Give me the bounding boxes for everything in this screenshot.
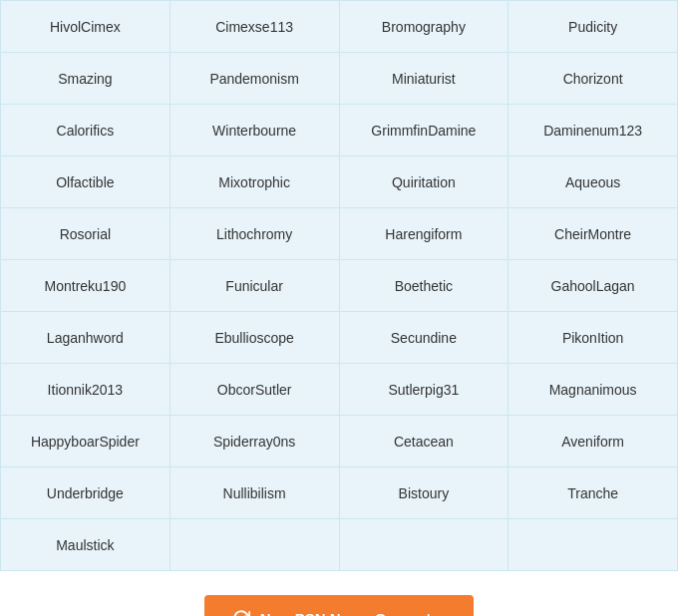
grid-cell[interactable]: Underbridge bbox=[1, 467, 170, 519]
grid-cell[interactable]: Lithochromy bbox=[170, 208, 340, 260]
grid-cell[interactable]: Calorifics bbox=[1, 105, 170, 156]
grid-cell[interactable]: Sutlerpig31 bbox=[340, 364, 509, 416]
grid-cell[interactable]: Boethetic bbox=[340, 260, 509, 312]
grid-cell[interactable]: Mixotrophic bbox=[170, 156, 340, 208]
grid-cell[interactable]: Smazing bbox=[1, 53, 170, 105]
generator-button-label: New PSN Name Generator bbox=[260, 610, 447, 617]
grid-cell[interactable]: Nullibilism bbox=[170, 467, 340, 519]
grid-cell[interactable]: HappyboarSpider bbox=[1, 416, 170, 467]
grid-cell[interactable]: Pudicity bbox=[508, 1, 678, 53]
grid-cell[interactable]: Olfactible bbox=[1, 156, 170, 208]
grid-cell[interactable]: Funicular bbox=[170, 260, 340, 312]
grid-cell[interactable] bbox=[170, 519, 340, 571]
grid-container: HivolCimexCimexse113BromographyPudicityS… bbox=[0, 0, 678, 571]
refresh-icon bbox=[232, 609, 250, 616]
grid-cell[interactable]: Quiritation bbox=[340, 156, 509, 208]
grid-cell[interactable]: Aqueous bbox=[508, 156, 678, 208]
grid-cell[interactable] bbox=[340, 519, 509, 571]
grid-cell[interactable]: Bistoury bbox=[340, 467, 509, 519]
grid-cell[interactable]: Montreku190 bbox=[1, 260, 170, 312]
grid-cell[interactable]: GahoolLagan bbox=[508, 260, 678, 312]
grid-cell[interactable]: Daminenum123 bbox=[508, 105, 678, 156]
grid-cell[interactable]: Winterbourne bbox=[170, 105, 340, 156]
grid-cell[interactable]: Miniaturist bbox=[340, 53, 509, 105]
grid-cell[interactable]: Cimexse113 bbox=[170, 1, 340, 53]
grid-cell[interactable]: Harengiform bbox=[340, 208, 509, 260]
grid-cell[interactable]: CheirMontre bbox=[508, 208, 678, 260]
grid-cell[interactable]: Rosorial bbox=[1, 208, 170, 260]
grid-cell[interactable]: Magnanimous bbox=[508, 364, 678, 416]
grid-cell[interactable]: Tranche bbox=[508, 467, 678, 519]
grid-cell[interactable]: GrimmfinDamine bbox=[340, 105, 509, 156]
grid-cell[interactable]: Itionnik2013 bbox=[1, 364, 170, 416]
grid-cell[interactable]: Chorizont bbox=[508, 53, 678, 105]
grid-cell[interactable] bbox=[508, 519, 678, 571]
grid-cell[interactable]: Bromography bbox=[340, 1, 509, 53]
grid-cell[interactable]: Laganhword bbox=[1, 312, 170, 364]
grid-cell[interactable]: Secundine bbox=[340, 312, 509, 364]
generator-button[interactable]: New PSN Name Generator bbox=[204, 595, 475, 616]
grid-cell[interactable]: HivolCimex bbox=[1, 1, 170, 53]
grid-cell[interactable]: PikonItion bbox=[508, 312, 678, 364]
bottom-section: New PSN Name Generator bbox=[0, 571, 678, 616]
grid-cell[interactable]: Ebullioscope bbox=[170, 312, 340, 364]
grid-cell[interactable]: Cetacean bbox=[340, 416, 509, 467]
grid-cell[interactable]: Pandemonism bbox=[170, 53, 340, 105]
grid-cell[interactable]: Spiderray0ns bbox=[170, 416, 340, 467]
grid-cell[interactable]: Aveniform bbox=[508, 416, 678, 467]
grid-cell[interactable]: ObcorSutler bbox=[170, 364, 340, 416]
grid-cell[interactable]: Maulstick bbox=[1, 519, 170, 571]
